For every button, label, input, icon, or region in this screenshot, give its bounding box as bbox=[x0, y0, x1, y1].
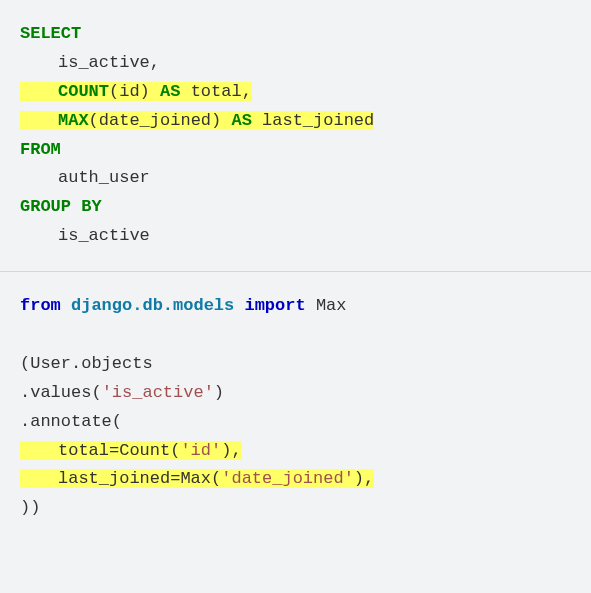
max-args: (date_joined) bbox=[89, 111, 232, 130]
alias-last-joined: last_joined bbox=[252, 111, 374, 130]
table-auth-user: auth_user bbox=[58, 168, 150, 187]
kw-import: import bbox=[244, 296, 305, 315]
str-id: 'id' bbox=[180, 441, 221, 460]
alias-total: total, bbox=[180, 82, 251, 101]
total-count-close: ), bbox=[221, 441, 241, 460]
kw-count: COUNT bbox=[58, 82, 109, 101]
import-max: Max bbox=[316, 296, 347, 315]
last-joined: last_joined=Max( bbox=[58, 469, 221, 488]
values-call: .values( bbox=[20, 383, 102, 402]
sql-code: SELECT is_active, COUNT(id) AS total, MA… bbox=[20, 20, 581, 251]
python-code: from django.db.models import Max (User.o… bbox=[20, 292, 581, 523]
col-is-active: is_active, bbox=[58, 53, 160, 72]
module: django.db.models bbox=[71, 296, 234, 315]
kw-as-2: AS bbox=[231, 111, 251, 130]
kw-from: from bbox=[20, 296, 61, 315]
last-joined-close: ), bbox=[354, 469, 374, 488]
kw-max: MAX bbox=[58, 111, 89, 130]
col-is-active-2: is_active bbox=[58, 226, 150, 245]
annotate-call: .annotate( bbox=[20, 412, 122, 431]
close-1: ) bbox=[214, 383, 224, 402]
total-count: total=Count( bbox=[58, 441, 180, 460]
sql-block: SELECT is_active, COUNT(id) AS total, MA… bbox=[0, 0, 591, 271]
closing: )) bbox=[20, 498, 40, 517]
kw-group-by: GROUP BY bbox=[20, 197, 102, 216]
kw-as-1: AS bbox=[160, 82, 180, 101]
python-block: from django.db.models import Max (User.o… bbox=[0, 272, 591, 543]
str-date-joined: 'date_joined' bbox=[221, 469, 354, 488]
kw-select: SELECT bbox=[20, 24, 81, 43]
count-args: (id) bbox=[109, 82, 160, 101]
str-is-active: 'is_active' bbox=[102, 383, 214, 402]
user-objects: (User.objects bbox=[20, 354, 153, 373]
kw-from: FROM bbox=[20, 140, 61, 159]
